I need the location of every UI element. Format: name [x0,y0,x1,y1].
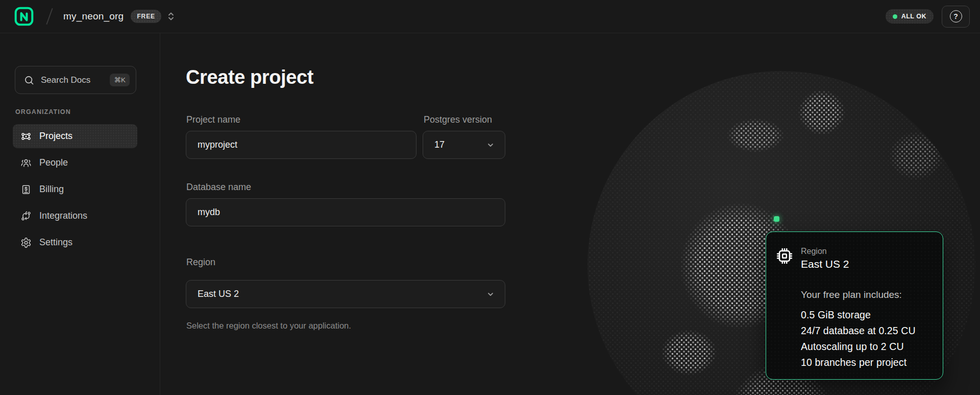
postgres-version-value: 17 [434,140,445,150]
search-icon [24,75,34,85]
status-label: ALL OK [901,13,926,20]
settings-icon [20,237,32,248]
create-project-page: my_neon_org FREE ALL OK ? Search Docs ⌘K [0,0,980,395]
question-mark-icon: ? [950,10,962,22]
chip-icon [776,247,793,265]
sidebar-item-label: Settings [39,237,72,248]
search-docs-input[interactable]: Search Docs ⌘K [15,66,136,94]
sidebar-item-integrations[interactable]: Integrations [13,204,137,228]
free-plan-title: Your free plan includes: [801,289,933,300]
breadcrumb-slash [46,8,53,25]
top-bar: my_neon_org FREE ALL OK ? [0,0,980,33]
postgres-version-select[interactable]: 17 [423,131,505,159]
billing-icon [20,184,32,195]
sidebar-item-label: Projects [39,131,72,142]
postgres-version-label: Postgres version [424,114,492,125]
sidebar-item-label: People [39,157,68,168]
status-badge[interactable]: ALL OK [886,9,934,24]
region-info-card: Region East US 2 Your free plan includes… [766,231,943,380]
org-switcher-chevrons-icon[interactable] [167,11,175,22]
plan-feature: 10 branches per project [801,355,933,370]
sidebar-item-label: Billing [39,184,64,195]
chevron-down-icon [486,141,495,149]
help-button[interactable]: ? [942,6,970,28]
region-helper-text: Select the region closest to your applic… [186,321,351,331]
sidebar: Search Docs ⌘K ORGANIZATION Projects [0,33,160,395]
chevron-down-icon [486,290,495,298]
free-plan-feature-list: 0.5 GiB storage 24/7 database at 0.25 CU… [801,307,933,370]
sidebar-item-settings[interactable]: Settings [13,230,137,254]
database-name-value: mydb [198,207,220,218]
keyboard-shortcut-badge: ⌘K [110,74,130,86]
sidebar-item-projects[interactable]: Projects [13,124,137,148]
sidebar-item-billing[interactable]: Billing [13,177,137,201]
database-name-input[interactable]: mydb [186,198,505,226]
neon-logo-icon[interactable] [14,7,34,26]
page-title: Create project [186,66,313,88]
people-icon [20,157,32,169]
plan-badge: FREE [131,10,161,23]
projects-icon [20,131,32,142]
organization-section-label: ORGANIZATION [15,108,160,115]
region-select[interactable]: East US 2 [186,280,505,308]
database-name-label: Database name [186,182,251,193]
project-name-input[interactable]: myproject [186,131,416,159]
project-name-value: myproject [198,140,237,150]
region-location-dot [774,216,779,222]
region-label: Region [186,257,215,268]
project-name-label: Project name [186,114,240,125]
card-region-label: Region [801,246,849,256]
org-name[interactable]: my_neon_org [63,11,124,22]
region-value: East US 2 [198,289,239,299]
search-placeholder: Search Docs [41,75,90,85]
status-ok-dot-icon [893,14,897,19]
sidebar-item-label: Integrations [39,211,87,221]
sidebar-nav: Projects People Billing [13,124,137,254]
plan-feature: Autoscaling up to 2 CU [801,339,933,355]
card-region-value: East US 2 [801,258,849,270]
integrations-icon [20,211,32,222]
sidebar-item-people[interactable]: People [13,151,137,175]
plan-feature: 24/7 database at 0.25 CU [801,323,933,339]
plan-feature: 0.5 GiB storage [801,307,933,323]
